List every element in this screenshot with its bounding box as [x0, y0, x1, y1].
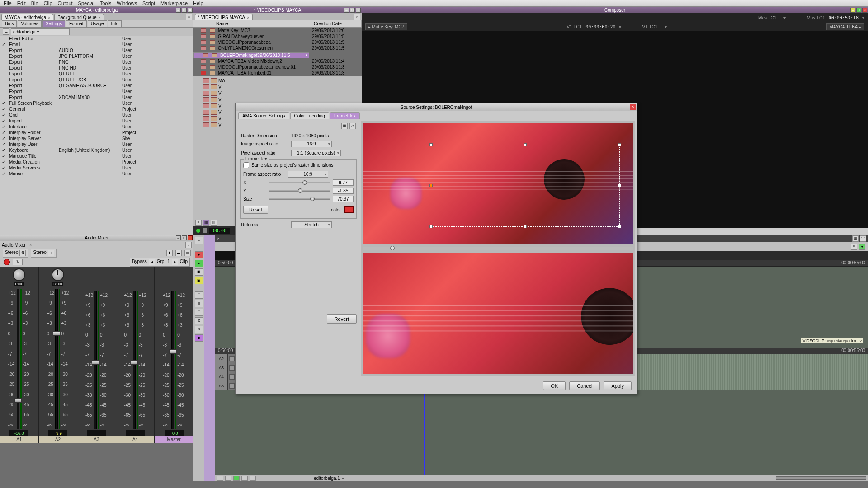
settings-row[interactable]: ✓GridUser — [0, 112, 193, 118]
subtab-settings[interactable]: Settings — [42, 20, 65, 27]
minimize-icon[interactable]: – — [850, 8, 855, 13]
close-tab-icon[interactable]: × — [29, 243, 32, 248]
menu-file[interactable]: File — [4, 0, 12, 6]
bin-rows[interactable]: Matte Key: MC729/06/2013 12:0GIRALDAhave… — [193, 28, 362, 76]
bin-row[interactable]: ONLYFLAMENCOresumen29/06/2013 11:5 — [193, 45, 362, 51]
reset-button[interactable]: Reset — [243, 206, 268, 214]
mark-icon[interactable] — [203, 228, 207, 233]
settings-row[interactable]: ✓EmailUser — [0, 42, 193, 47]
maximize-icon[interactable]: □ — [856, 8, 861, 13]
status-icon[interactable] — [225, 476, 231, 481]
bin-clip-icon[interactable]: VI — [196, 91, 359, 96]
close-tab-icon[interactable]: × — [217, 236, 220, 241]
view-icon[interactable]: ▦ — [852, 235, 859, 242]
minimize-icon[interactable]: – — [344, 8, 349, 13]
bin-row[interactable]: VIDEOCLIPporunacabeza.mov.new.0129/06/20… — [193, 64, 362, 70]
menu-output[interactable]: Output — [58, 0, 73, 6]
menu-windows[interactable]: Windows — [117, 0, 137, 6]
menu-marketplace[interactable]: Marketplace — [160, 0, 188, 6]
dropdown-icon[interactable]: ▾ — [665, 24, 667, 29]
settings-row[interactable]: ✓InterfaceUser — [0, 124, 193, 130]
tool-green-icon[interactable]: ● — [195, 260, 203, 267]
bin-clip-icon[interactable]: MA — [196, 78, 359, 83]
menu-help[interactable]: Help — [193, 0, 203, 6]
tab-frameflex[interactable]: FrameFlex — [330, 112, 360, 119]
stereo-b[interactable]: Stereo — [33, 250, 46, 256]
prev-icon[interactable]: ◂ — [149, 259, 155, 265]
settings-row[interactable]: ✓Full Screen PlaybackUser — [0, 100, 193, 106]
pan-knob[interactable] — [13, 268, 25, 281]
settings-row[interactable]: ✓Interplay ServerSite — [0, 136, 193, 141]
tool-icon[interactable]: ⊡ — [195, 309, 203, 316]
seq-name-box[interactable]: MAYCA TEBA ▸ — [826, 23, 865, 30]
tab-color[interactable]: Color Encoding — [290, 112, 329, 119]
status-icon[interactable] — [250, 476, 256, 481]
channel-label[interactable]: A4 — [116, 436, 155, 443]
loop-button[interactable]: ↻ — [13, 259, 23, 265]
close-icon[interactable]: × — [356, 8, 361, 13]
bin-row[interactable]: BOLEROmakingof29/06/2013 11:5 — [193, 52, 309, 58]
tool-red-icon[interactable]: ● — [195, 251, 203, 258]
close-icon[interactable]: × — [630, 104, 636, 110]
tool-icon[interactable]: ▭ — [184, 250, 191, 256]
size-value[interactable]: 70.37 — [333, 196, 354, 202]
bin-row[interactable]: MAYCA TEBA,Video Mixdown,229/06/2013 11:… — [193, 58, 362, 64]
view-color-icon[interactable]: ● — [859, 244, 865, 250]
settings-row[interactable]: ✓Interplay FolderProject — [0, 130, 193, 136]
minimize-icon[interactable]: – — [176, 235, 181, 240]
settings-row[interactable]: ✓Media CreationProject — [0, 159, 193, 165]
bin-row[interactable]: Matte Key: MC729/06/2013 12:0 — [193, 28, 362, 33]
dialog-title-bar[interactable]: Source Settings: BOLEROmakingof × — [236, 103, 637, 111]
fader[interactable] — [94, 291, 97, 429]
tool-icon[interactable]: ✎ — [195, 326, 203, 333]
settings-row[interactable]: ExportAUDIOUser — [0, 47, 193, 53]
y-value[interactable]: -1.85 — [333, 188, 354, 194]
col-date[interactable]: Creation Date — [311, 20, 362, 27]
settings-row[interactable]: ✓KeyboardEnglish (United Kingdom)User — [0, 147, 193, 153]
settings-row[interactable]: ExportQT SAME AS SOURCEUser — [0, 83, 193, 89]
grid-toggle-icon[interactable]: ▦ — [341, 123, 348, 129]
minimize-icon[interactable]: – — [176, 8, 181, 13]
tool-hamburger-icon[interactable]: ≡ — [195, 237, 203, 244]
apply-button[interactable]: Apply — [604, 381, 632, 390]
size-slider[interactable] — [269, 198, 330, 200]
bin-clip-icon[interactable]: VI — [196, 84, 359, 89]
same-size-checkbox[interactable] — [243, 162, 249, 168]
mixer-tab[interactable]: Audio Mixer — [2, 243, 26, 248]
preview-scrubber[interactable] — [363, 247, 633, 250]
close-icon[interactable]: × — [188, 8, 193, 13]
menu-bin[interactable]: Bin — [31, 0, 38, 6]
tab-ama[interactable]: AMA Source Settings — [238, 112, 289, 119]
pix-aspect-select[interactable]: 1:1 (Square pixels) — [291, 150, 341, 156]
expand-icon[interactable]: ⛶ — [860, 235, 866, 242]
maximize-icon[interactable]: □ — [350, 8, 355, 13]
bin-row[interactable]: VIDEOCLIPporunacabeza29/06/2013 11:5 — [193, 39, 362, 45]
img-aspect-select[interactable]: 16:9 — [291, 141, 332, 147]
next-icon[interactable]: ▸ — [172, 259, 178, 265]
subtab-usage[interactable]: Usage — [88, 20, 107, 27]
subtab-info[interactable]: Info — [108, 20, 122, 27]
tool-icon[interactable]: ⊠ — [195, 317, 203, 324]
x-value[interactable]: 9.77 — [333, 179, 354, 186]
fader[interactable] — [133, 291, 136, 429]
tool-icon[interactable]: ⊟ — [195, 300, 203, 307]
tab-menu-icon[interactable]: ○ — [185, 242, 192, 248]
status-icon[interactable] — [233, 476, 240, 481]
bin-row[interactable]: GIRALDAhaveyouever29/06/2013 11:5 — [193, 33, 362, 39]
dropdown-icon[interactable]: ▾ — [783, 15, 786, 20]
x-slider[interactable] — [269, 182, 330, 183]
settings-row[interactable]: Effect EditorUser — [0, 36, 193, 42]
channel-label[interactable]: A1 — [0, 436, 38, 443]
bin-clip-icon[interactable]: VI — [196, 97, 359, 102]
settings-row[interactable]: ExportUser — [0, 89, 193, 94]
bypass-button[interactable]: Bypass — [132, 259, 147, 265]
status-icon[interactable] — [217, 476, 223, 481]
tool-purple-icon[interactable]: ◆ — [195, 334, 203, 342]
dropdown-icon[interactable]: ▾ — [619, 24, 621, 29]
revert-button[interactable]: Revert — [327, 314, 357, 324]
tab-bg-queue[interactable]: Background Queue× — [54, 14, 104, 20]
settings-list[interactable]: Effect EditorUser✓EmailUserExportAUDIOUs… — [0, 36, 193, 235]
link-icon[interactable]: ⇅ — [19, 250, 26, 256]
tool-icon[interactable]: ▣ — [195, 268, 203, 276]
safe-toggle-icon[interactable]: ◇ — [349, 123, 356, 129]
